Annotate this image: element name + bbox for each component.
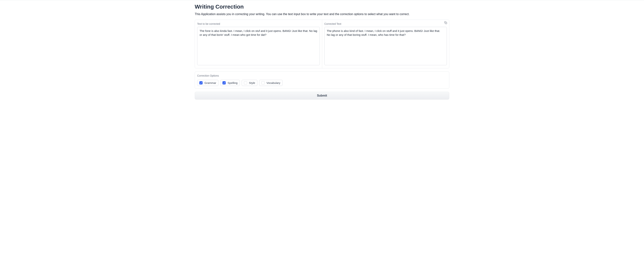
input-panel-label: Text to be corrected xyxy=(197,22,320,25)
checkbox-vocabulary[interactable] xyxy=(262,81,264,84)
input-textarea[interactable] xyxy=(197,27,320,65)
checkbox-style[interactable] xyxy=(244,81,247,84)
output-panel-label: Corrected Text xyxy=(324,22,447,25)
correction-options-row: Grammar Spelling Style Vocabulary xyxy=(197,80,447,86)
correction-options-label: Correction Options xyxy=(197,74,447,77)
page-description: This Application assists you in correcti… xyxy=(195,12,449,16)
option-grammar-label: Grammar xyxy=(204,81,216,84)
checkbox-spelling[interactable] xyxy=(222,81,226,84)
option-grammar[interactable]: Grammar xyxy=(197,80,218,86)
option-style-label: Style xyxy=(249,81,255,84)
checkbox-grammar[interactable] xyxy=(200,81,202,84)
page-title: Writing Correction xyxy=(195,4,449,10)
option-vocabulary-label: Vocabulary xyxy=(266,81,280,84)
option-vocabulary[interactable]: Vocabulary xyxy=(259,80,282,86)
copy-icon[interactable] xyxy=(444,21,447,24)
submit-button[interactable]: Submit xyxy=(195,92,449,100)
option-spelling-label: Spelling xyxy=(228,81,238,84)
io-panels: Text to be corrected Corrected Text The … xyxy=(195,20,449,68)
output-panel: Corrected Text The phone is also kind of… xyxy=(322,20,449,68)
input-panel: Text to be corrected xyxy=(195,20,322,68)
option-spelling[interactable]: Spelling xyxy=(220,80,240,86)
output-text: The phone is also kind of fast. I mean, … xyxy=(324,27,447,65)
correction-options-card: Correction Options Grammar Spelling Styl… xyxy=(195,72,449,89)
svg-rect-0 xyxy=(445,22,447,24)
option-style[interactable]: Style xyxy=(242,80,257,86)
